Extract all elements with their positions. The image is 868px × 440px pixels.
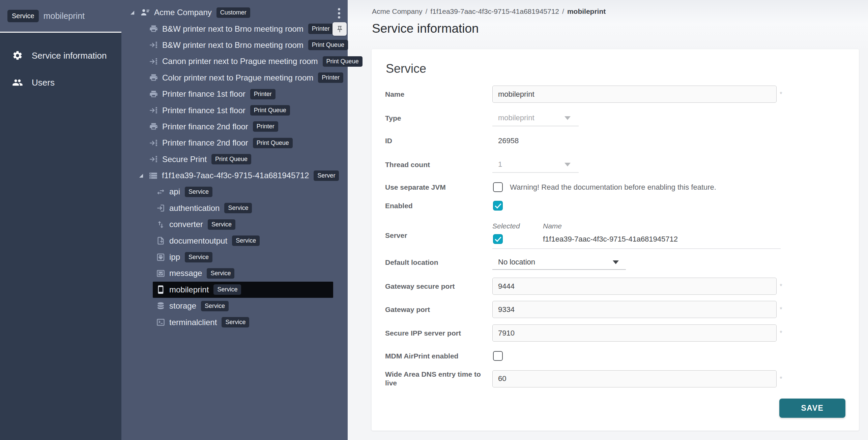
- pin-icon: [336, 25, 344, 33]
- tree-item-label: Printer finance 2nd floor: [162, 138, 248, 148]
- printer-icon: [149, 24, 158, 33]
- dot: [338, 8, 340, 10]
- form-row-id: ID 26958: [385, 136, 845, 146]
- breadcrumb-separator: /: [562, 7, 564, 15]
- document-icon: [156, 236, 165, 245]
- field-label: MDM AirPrint enabled: [385, 352, 492, 360]
- form-row-thread-count: Thread count 1: [385, 157, 845, 173]
- field-label: Use separate JVM: [385, 183, 492, 192]
- dot: [338, 12, 340, 14]
- field-label: Gateway port: [385, 305, 492, 314]
- entity-tree-panel: Acme Company Customer B&W printer next t…: [121, 0, 348, 440]
- users-icon: [12, 77, 23, 88]
- tree-item-server[interactable]: f1f1ea39-7aac-4f3c-9715-41a681945712 Ser…: [121, 167, 348, 184]
- tree-item[interactable]: Printer finance 1st floor Print Queue: [121, 102, 348, 118]
- default-location-select[interactable]: No location: [492, 255, 626, 270]
- tree-item[interactable]: B&W printer next to Brno meeting room Pr…: [121, 37, 348, 53]
- service-form-card: Service Name * Type mobileprint ID: [372, 49, 859, 431]
- form-row-server: Server Selected Name f1f1ea39-7aac-4f3c-…: [385, 222, 845, 249]
- tree-item-label: Color printer next to Prague meeting roo…: [162, 73, 313, 83]
- tree-item[interactable]: Secure Print Print Queue: [121, 151, 348, 167]
- field-label: Enabled: [385, 201, 492, 210]
- tree-item[interactable]: Color printer next to Prague meeting roo…: [121, 70, 348, 86]
- mdm-airprint-checkbox[interactable]: [493, 351, 503, 361]
- printer-icon: [149, 122, 158, 131]
- tree-item[interactable]: Canon printer next to Prague meeting roo…: [121, 53, 348, 69]
- tree-item-label: storage: [169, 301, 196, 311]
- login-icon: [156, 203, 165, 213]
- entity-type-badge: Print Queue: [253, 138, 293, 148]
- breadcrumb-server[interactable]: f1f1ea39-7aac-4f3c-9715-41a681945712: [430, 7, 559, 15]
- tree-item[interactable]: converter Service: [121, 216, 348, 232]
- tree-item[interactable]: api Service: [121, 184, 348, 200]
- tree-item-label: converter: [169, 220, 203, 229]
- tree-item[interactable]: message Service: [121, 265, 348, 281]
- gear-icon: [12, 50, 23, 61]
- entity-type-badge: Service: [222, 317, 249, 327]
- form-row-name: Name *: [385, 86, 845, 103]
- tree-item-label: f1f1ea39-7aac-4f3c-9715-41a681945712: [162, 171, 309, 180]
- message-icon: [156, 269, 165, 278]
- tree-item-customer-root[interactable]: Acme Company Customer: [121, 4, 348, 21]
- breadcrumb: Acme Company/f1f1ea39-7aac-4f3c-9715-41a…: [348, 0, 868, 15]
- expand-caret-icon[interactable]: [130, 10, 135, 15]
- form-row-secure-ipp-server-port: Secure IPP server port *: [385, 324, 845, 342]
- entity-type-badge: Service: [208, 219, 235, 230]
- gateway-port-input[interactable]: [492, 301, 777, 318]
- smartphone-icon: [156, 285, 165, 294]
- gateway-secure-port-input[interactable]: [492, 278, 777, 295]
- breadcrumb-current: mobileprint: [567, 7, 606, 15]
- tree-menu-button[interactable]: [338, 8, 341, 20]
- sidebar-header: Service mobileprint: [0, 0, 121, 33]
- entity-type-badge: Printer: [253, 121, 278, 132]
- tree-item[interactable]: Printer finance 2nd floor Printer: [121, 119, 348, 135]
- entity-type-badge: Print Queue: [323, 56, 363, 67]
- terminal-icon: [156, 318, 165, 327]
- printer-icon: [149, 90, 158, 99]
- tree-item[interactable]: Printer finance 2nd floor Print Queue: [121, 135, 348, 151]
- form-row-gateway-secure-port: Gateway secure port *: [385, 278, 845, 295]
- type-select-value: mobileprint: [498, 114, 534, 122]
- enabled-checkbox[interactable]: [493, 201, 503, 211]
- entity-type-badge: Print Queue: [211, 154, 251, 164]
- entity-type-badge: Printer: [318, 72, 343, 83]
- tree-item-label: B&W printer next to Brno meeting room: [162, 40, 303, 50]
- field-label: Thread count: [385, 160, 492, 169]
- sidebar-item-service-information[interactable]: Service information: [0, 42, 121, 69]
- tree-item[interactable]: B&W printer next to Brno meeting room Pr…: [121, 21, 348, 37]
- sidebar-item-users[interactable]: Users: [0, 69, 121, 96]
- app-window: Service mobileprint Service information …: [0, 0, 868, 440]
- form-row-gateway-port: Gateway port *: [385, 301, 845, 318]
- print-queue-icon: [149, 155, 158, 164]
- field-label: Default location: [385, 258, 492, 267]
- server-name-value: f1f1ea39-7aac-4f3c-9715-41a681945712: [543, 235, 678, 244]
- service-type-badge: Service: [7, 10, 39, 22]
- tree-item[interactable]: Printer finance 1st floor Printer: [121, 86, 348, 102]
- use-separate-jvm-checkbox[interactable]: [493, 182, 503, 192]
- swap-vertical-icon: [156, 220, 165, 229]
- page-title: Service information: [372, 21, 868, 36]
- tree-item[interactable]: documentoutput Service: [121, 232, 348, 249]
- field-label: Server: [385, 231, 492, 240]
- entity-type-badge: Server: [314, 170, 339, 181]
- tree-item-mobileprint-selected[interactable]: mobileprint Service: [121, 282, 348, 298]
- tree-item[interactable]: storage Service: [121, 298, 348, 314]
- breadcrumb-customer[interactable]: Acme Company: [372, 7, 422, 15]
- name-input[interactable]: [492, 86, 777, 103]
- tree-item-label: Canon printer next to Prague meeting roo…: [162, 57, 318, 66]
- entity-type-badge: Service: [201, 301, 229, 311]
- tree-item[interactable]: terminalclient Service: [121, 314, 348, 330]
- tree-item-label: authentication: [169, 203, 220, 213]
- tree-item[interactable]: ipp Service: [121, 249, 348, 265]
- secure-ipp-server-port-input[interactable]: [492, 324, 777, 342]
- save-button[interactable]: SAVE: [779, 399, 845, 418]
- form-heading: Service: [386, 61, 845, 76]
- expand-caret-icon[interactable]: [139, 173, 144, 178]
- pin-panel-button[interactable]: [332, 22, 347, 36]
- tree-item-label: B&W printer next to Brno meeting room: [162, 24, 303, 34]
- server-selected-checkbox[interactable]: [493, 234, 503, 244]
- entity-type-badge: Printer: [250, 89, 276, 99]
- entity-type-badge: Print Queue: [308, 40, 348, 50]
- wide-area-dns-ttl-input[interactable]: [492, 370, 777, 387]
- tree-item[interactable]: authentication Service: [121, 200, 348, 216]
